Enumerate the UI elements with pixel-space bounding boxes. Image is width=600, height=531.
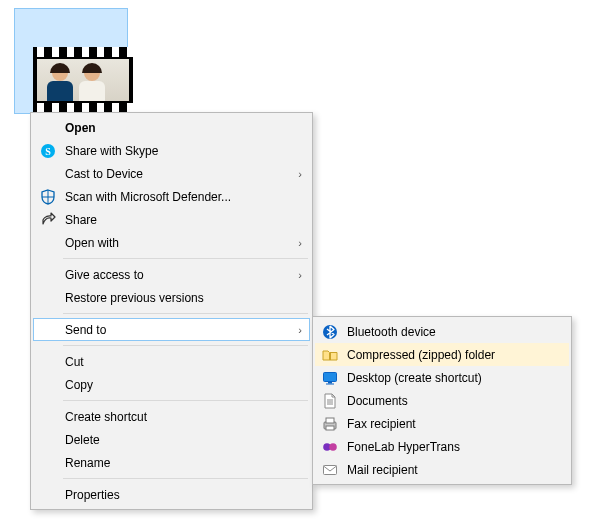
menu-item-label: Send to bbox=[59, 323, 290, 337]
menu-item-restore-versions[interactable]: Restore previous versions bbox=[33, 286, 310, 309]
svg-rect-9 bbox=[326, 426, 334, 430]
selected-file-thumbnail[interactable] bbox=[14, 8, 128, 114]
blank-icon bbox=[37, 119, 59, 137]
menu-item-label: Desktop (create shortcut) bbox=[341, 371, 561, 385]
menu-separator bbox=[63, 345, 308, 346]
bluetooth-icon bbox=[319, 323, 341, 341]
menu-item-give-access[interactable]: Give access to › bbox=[33, 263, 310, 286]
zip-folder-icon bbox=[319, 346, 341, 364]
blank-icon bbox=[37, 266, 59, 284]
hypertrans-icon bbox=[319, 438, 341, 456]
menu-item-share-skype[interactable]: S Share with Skype bbox=[33, 139, 310, 162]
submenu-item-hypertrans[interactable]: FoneLab HyperTrans bbox=[315, 435, 569, 458]
menu-item-label: Documents bbox=[341, 394, 561, 408]
menu-item-label: Bluetooth device bbox=[341, 325, 561, 339]
blank-icon bbox=[37, 165, 59, 183]
submenu-item-mail[interactable]: Mail recipient bbox=[315, 458, 569, 481]
share-icon bbox=[37, 211, 59, 229]
menu-item-label: Share bbox=[59, 213, 302, 227]
shield-icon bbox=[37, 188, 59, 206]
menu-item-share[interactable]: Share bbox=[33, 208, 310, 231]
menu-separator bbox=[63, 400, 308, 401]
blank-icon bbox=[37, 234, 59, 252]
menu-item-label: Cut bbox=[59, 355, 302, 369]
menu-item-label: Properties bbox=[59, 488, 302, 502]
submenu-item-documents[interactable]: Documents bbox=[315, 389, 569, 412]
menu-item-label: Give access to bbox=[59, 268, 290, 282]
chevron-right-icon: › bbox=[290, 168, 302, 180]
svg-rect-4 bbox=[324, 372, 337, 381]
blank-icon bbox=[37, 408, 59, 426]
menu-item-label: Open bbox=[59, 121, 302, 135]
menu-item-label: Fax recipient bbox=[341, 417, 561, 431]
svg-rect-3 bbox=[329, 353, 331, 360]
blank-icon bbox=[37, 431, 59, 449]
menu-item-label: Open with bbox=[59, 236, 290, 250]
menu-item-label: Share with Skype bbox=[59, 144, 302, 158]
menu-separator bbox=[63, 258, 308, 259]
menu-item-properties[interactable]: Properties bbox=[33, 483, 310, 506]
menu-item-cut[interactable]: Cut bbox=[33, 350, 310, 373]
menu-item-create-shortcut[interactable]: Create shortcut bbox=[33, 405, 310, 428]
menu-item-label: Restore previous versions bbox=[59, 291, 302, 305]
video-filmstrip-icon bbox=[33, 47, 133, 113]
menu-item-label: Rename bbox=[59, 456, 302, 470]
menu-item-label: Copy bbox=[59, 378, 302, 392]
menu-item-label: FoneLab HyperTrans bbox=[341, 440, 561, 454]
menu-item-label: Cast to Device bbox=[59, 167, 290, 181]
svg-rect-6 bbox=[326, 383, 334, 384]
submenu-item-zip[interactable]: Compressed (zipped) folder bbox=[315, 343, 569, 366]
context-menu: Open S Share with Skype Cast to Device ›… bbox=[30, 112, 313, 510]
submenu-item-bluetooth[interactable]: Bluetooth device bbox=[315, 320, 569, 343]
skype-icon: S bbox=[37, 142, 59, 160]
fax-icon bbox=[319, 415, 341, 433]
svg-point-11 bbox=[329, 443, 337, 451]
chevron-right-icon: › bbox=[290, 324, 302, 336]
svg-rect-5 bbox=[328, 382, 332, 384]
blank-icon bbox=[37, 486, 59, 504]
menu-item-label: Mail recipient bbox=[341, 463, 561, 477]
svg-rect-12 bbox=[324, 465, 337, 474]
blank-icon bbox=[37, 289, 59, 307]
submenu-item-desktop[interactable]: Desktop (create shortcut) bbox=[315, 366, 569, 389]
svg-rect-8 bbox=[326, 418, 334, 423]
blank-icon bbox=[37, 321, 59, 339]
chevron-right-icon: › bbox=[290, 237, 302, 249]
menu-separator bbox=[63, 313, 308, 314]
menu-item-label: Scan with Microsoft Defender... bbox=[59, 190, 302, 204]
menu-item-open-with[interactable]: Open with › bbox=[33, 231, 310, 254]
menu-item-delete[interactable]: Delete bbox=[33, 428, 310, 451]
document-icon bbox=[319, 392, 341, 410]
menu-item-label: Create shortcut bbox=[59, 410, 302, 424]
blank-icon bbox=[37, 454, 59, 472]
send-to-submenu: Bluetooth device Compressed (zipped) fol… bbox=[312, 316, 572, 485]
svg-text:S: S bbox=[45, 145, 51, 156]
menu-item-send-to[interactable]: Send to › bbox=[33, 318, 310, 341]
chevron-right-icon: › bbox=[290, 269, 302, 281]
menu-item-rename[interactable]: Rename bbox=[33, 451, 310, 474]
menu-item-defender[interactable]: Scan with Microsoft Defender... bbox=[33, 185, 310, 208]
menu-item-copy[interactable]: Copy bbox=[33, 373, 310, 396]
desktop-icon bbox=[319, 369, 341, 387]
menu-item-label: Compressed (zipped) folder bbox=[341, 348, 561, 362]
menu-item-cast[interactable]: Cast to Device › bbox=[33, 162, 310, 185]
submenu-item-fax[interactable]: Fax recipient bbox=[315, 412, 569, 435]
mail-icon bbox=[319, 461, 341, 479]
blank-icon bbox=[37, 376, 59, 394]
menu-item-open[interactable]: Open bbox=[33, 116, 310, 139]
menu-separator bbox=[63, 478, 308, 479]
menu-item-label: Delete bbox=[59, 433, 302, 447]
blank-icon bbox=[37, 353, 59, 371]
